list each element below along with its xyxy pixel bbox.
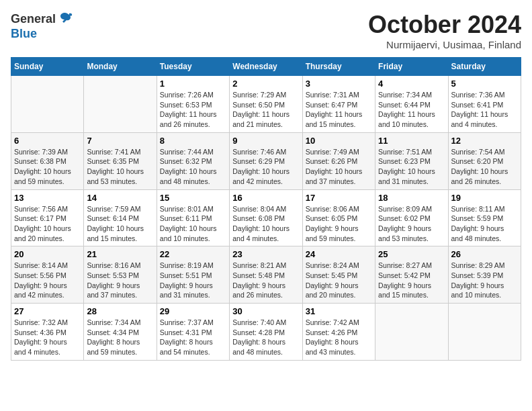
calendar-cell: 3Sunrise: 7:31 AMSunset: 6:47 PMDaylight… [302, 76, 375, 133]
day-number: 27 [14, 306, 81, 316]
calendar-cell: 20Sunrise: 8:14 AMSunset: 5:56 PMDayligh… [11, 246, 84, 304]
day-number: 28 [87, 306, 153, 316]
day-info: Sunrise: 7:40 AMSunset: 4:28 PMDaylight:… [232, 318, 299, 357]
calendar-cell: 24Sunrise: 8:24 AMSunset: 5:45 PMDayligh… [302, 246, 375, 304]
day-number: 3 [306, 79, 372, 89]
calendar-cell: 23Sunrise: 8:21 AMSunset: 5:48 PMDayligh… [230, 246, 302, 304]
day-number: 8 [160, 136, 226, 146]
month-title: October 2024 [368, 11, 521, 39]
day-number: 31 [306, 306, 372, 316]
day-info: Sunrise: 8:09 AMSunset: 6:02 PMDaylight:… [378, 204, 445, 244]
day-info: Sunrise: 7:49 AMSunset: 6:26 PMDaylight:… [306, 147, 372, 187]
day-info: Sunrise: 7:41 AMSunset: 6:35 PMDaylight:… [87, 147, 153, 187]
title-block: October 2024 Nurmijaervi, Uusimaa, Finla… [368, 11, 521, 50]
calendar-cell: 6Sunrise: 7:39 AMSunset: 6:38 PMDaylight… [11, 132, 84, 189]
day-number: 9 [232, 136, 299, 146]
calendar-cell: 8Sunrise: 7:44 AMSunset: 6:32 PMDaylight… [157, 132, 229, 189]
calendar-cell: 5Sunrise: 7:36 AMSunset: 6:41 PMDaylight… [448, 76, 521, 133]
day-info: Sunrise: 7:34 AMSunset: 4:34 PMDaylight:… [87, 318, 153, 357]
calendar-cell: 30Sunrise: 7:40 AMSunset: 4:28 PMDayligh… [230, 304, 302, 361]
logo: General Blue [11, 11, 73, 41]
day-info: Sunrise: 7:36 AMSunset: 6:41 PMDaylight:… [451, 90, 518, 130]
day-number: 18 [378, 193, 445, 203]
day-info: Sunrise: 8:27 AMSunset: 5:42 PMDaylight:… [378, 261, 445, 300]
day-info: Sunrise: 7:46 AMSunset: 6:29 PMDaylight:… [232, 147, 299, 187]
day-number: 5 [451, 79, 518, 89]
day-info: Sunrise: 7:37 AMSunset: 4:31 PMDaylight:… [160, 318, 226, 357]
calendar-cell: 9Sunrise: 7:46 AMSunset: 6:29 PMDaylight… [230, 132, 302, 189]
weekday-header-friday: Friday [375, 58, 448, 76]
day-info: Sunrise: 7:31 AMSunset: 6:47 PMDaylight:… [306, 90, 372, 130]
day-info: Sunrise: 8:01 AMSunset: 6:11 PMDaylight:… [160, 204, 226, 244]
logo-general-text: General [11, 12, 56, 26]
calendar-cell: 18Sunrise: 8:09 AMSunset: 6:02 PMDayligh… [375, 189, 448, 246]
day-info: Sunrise: 8:14 AMSunset: 5:56 PMDaylight:… [14, 261, 81, 300]
day-number: 11 [378, 136, 445, 146]
day-number: 26 [451, 249, 518, 259]
calendar-cell: 25Sunrise: 8:27 AMSunset: 5:42 PMDayligh… [375, 246, 448, 304]
day-info: Sunrise: 7:51 AMSunset: 6:23 PMDaylight:… [378, 147, 445, 187]
day-info: Sunrise: 8:04 AMSunset: 6:08 PMDaylight:… [232, 204, 299, 244]
weekday-header-monday: Monday [84, 58, 157, 76]
day-info: Sunrise: 8:24 AMSunset: 5:45 PMDaylight:… [306, 261, 372, 300]
calendar-cell [84, 76, 157, 133]
calendar-cell: 22Sunrise: 8:19 AMSunset: 5:51 PMDayligh… [157, 246, 229, 304]
day-number: 19 [451, 193, 518, 203]
day-number: 24 [306, 249, 372, 259]
day-number: 4 [378, 79, 445, 89]
day-info: Sunrise: 7:29 AMSunset: 6:50 PMDaylight:… [232, 90, 299, 130]
day-number: 10 [306, 136, 372, 146]
calendar-cell: 21Sunrise: 8:16 AMSunset: 5:53 PMDayligh… [84, 246, 157, 304]
calendar-cell: 13Sunrise: 7:56 AMSunset: 6:17 PMDayligh… [11, 189, 84, 246]
calendar-cell: 1Sunrise: 7:26 AMSunset: 6:53 PMDaylight… [157, 76, 229, 133]
day-info: Sunrise: 8:11 AMSunset: 5:59 PMDaylight:… [451, 204, 518, 244]
calendar-cell: 4Sunrise: 7:34 AMSunset: 6:44 PMDaylight… [375, 76, 448, 133]
calendar-cell: 27Sunrise: 7:32 AMSunset: 4:36 PMDayligh… [11, 304, 84, 361]
day-info: Sunrise: 7:59 AMSunset: 6:14 PMDaylight:… [87, 204, 153, 244]
logo-blue-text: Blue [11, 27, 37, 41]
weekday-header-thursday: Thursday [302, 58, 375, 76]
day-number: 6 [14, 136, 81, 146]
day-info: Sunrise: 7:26 AMSunset: 6:53 PMDaylight:… [160, 90, 226, 130]
calendar-cell: 10Sunrise: 7:49 AMSunset: 6:26 PMDayligh… [302, 132, 375, 189]
day-number: 13 [14, 193, 81, 203]
day-info: Sunrise: 7:54 AMSunset: 6:20 PMDaylight:… [451, 147, 518, 187]
calendar-cell [448, 304, 521, 361]
weekday-header-saturday: Saturday [448, 58, 521, 76]
day-number: 17 [306, 193, 372, 203]
day-number: 22 [160, 249, 226, 259]
day-number: 15 [160, 193, 226, 203]
calendar-week-row: 6Sunrise: 7:39 AMSunset: 6:38 PMDaylight… [11, 132, 521, 189]
day-number: 16 [232, 193, 299, 203]
day-info: Sunrise: 7:56 AMSunset: 6:17 PMDaylight:… [14, 204, 81, 244]
day-number: 23 [232, 249, 299, 259]
day-number: 2 [232, 79, 299, 89]
calendar-week-row: 27Sunrise: 7:32 AMSunset: 4:36 PMDayligh… [11, 304, 521, 361]
day-info: Sunrise: 7:32 AMSunset: 4:36 PMDaylight:… [14, 318, 81, 357]
day-info: Sunrise: 8:16 AMSunset: 5:53 PMDaylight:… [87, 261, 153, 300]
calendar-cell: 26Sunrise: 8:29 AMSunset: 5:39 PMDayligh… [448, 246, 521, 304]
day-info: Sunrise: 8:21 AMSunset: 5:48 PMDaylight:… [232, 261, 299, 300]
calendar-cell: 2Sunrise: 7:29 AMSunset: 6:50 PMDaylight… [230, 76, 302, 133]
day-number: 12 [451, 136, 518, 146]
day-info: Sunrise: 7:42 AMSunset: 4:26 PMDaylight:… [306, 318, 372, 357]
calendar-week-row: 13Sunrise: 7:56 AMSunset: 6:17 PMDayligh… [11, 189, 521, 246]
day-number: 25 [378, 249, 445, 259]
calendar-cell: 17Sunrise: 8:06 AMSunset: 6:05 PMDayligh… [302, 189, 375, 246]
day-info: Sunrise: 8:06 AMSunset: 6:05 PMDaylight:… [306, 204, 372, 244]
weekday-header-wednesday: Wednesday [230, 58, 302, 76]
calendar-cell [11, 76, 84, 133]
calendar-cell: 7Sunrise: 7:41 AMSunset: 6:35 PMDaylight… [84, 132, 157, 189]
calendar-week-row: 20Sunrise: 8:14 AMSunset: 5:56 PMDayligh… [11, 246, 521, 304]
calendar-cell: 12Sunrise: 7:54 AMSunset: 6:20 PMDayligh… [448, 132, 521, 189]
day-number: 21 [87, 249, 153, 259]
calendar-week-row: 1Sunrise: 7:26 AMSunset: 6:53 PMDaylight… [11, 76, 521, 133]
weekday-header-tuesday: Tuesday [157, 58, 229, 76]
calendar-cell: 28Sunrise: 7:34 AMSunset: 4:34 PMDayligh… [84, 304, 157, 361]
day-number: 1 [160, 79, 226, 89]
day-number: 29 [160, 306, 226, 316]
calendar-cell: 14Sunrise: 7:59 AMSunset: 6:14 PMDayligh… [84, 189, 157, 246]
calendar-cell: 29Sunrise: 7:37 AMSunset: 4:31 PMDayligh… [157, 304, 229, 361]
calendar-cell [375, 304, 448, 361]
calendar-table: SundayMondayTuesdayWednesdayThursdayFrid… [11, 57, 521, 361]
